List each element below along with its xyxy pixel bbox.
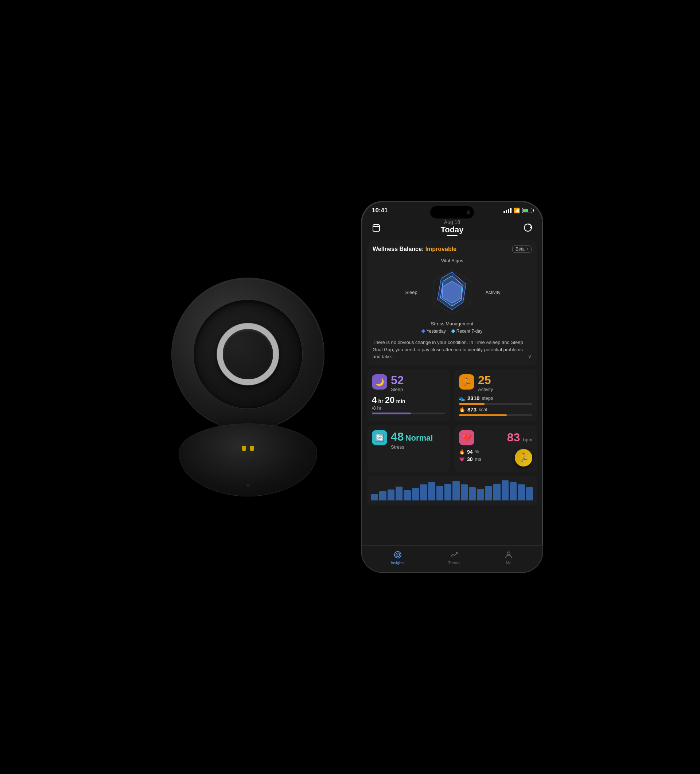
activity-card-header: 🏃 25 Activity — [459, 374, 532, 392]
sleep-score-area: 52 Sleep — [391, 374, 445, 392]
battery-fill — [523, 209, 528, 212]
bar-chart — [371, 480, 533, 500]
bar-7 — [420, 485, 427, 500]
hrv-pct-unit: % — [475, 449, 479, 455]
legend-diamond-recent — [451, 329, 455, 333]
status-time: 10:41 — [372, 207, 388, 214]
beta-label: Beta — [515, 246, 525, 252]
wellness-header: Wellness Balance: Improvable Beta › — [373, 245, 532, 253]
charger-led — [246, 484, 249, 487]
tab-trends[interactable]: Trends — [448, 550, 461, 565]
sleep-hr-unit: hr — [378, 398, 383, 404]
bpm-value: 83 — [507, 431, 520, 444]
heart-icon: ❤️ — [459, 430, 474, 445]
bpm-unit: bpm — [523, 437, 532, 442]
fire-icon: 🔥 — [459, 406, 465, 412]
svg-point-17 — [507, 552, 510, 555]
radar-svg — [425, 265, 479, 319]
radar-middle: Sleep — [402, 265, 502, 319]
steps-progress-bg — [459, 403, 532, 405]
nav-title: Today — [441, 225, 463, 235]
bar-15 — [485, 486, 492, 500]
bar-12 — [461, 485, 468, 500]
radar-label-stress: Stress Management — [431, 321, 473, 326]
bpm-row: ❤️ 83 bpm — [459, 430, 532, 445]
trends-icon — [449, 550, 459, 559]
nav-underline — [447, 235, 457, 236]
steps-progress-fill — [459, 403, 485, 405]
beta-badge[interactable]: Beta › — [512, 245, 532, 253]
refresh-button[interactable] — [521, 221, 535, 234]
flame-icon: 🔥 — [459, 449, 465, 455]
stress-score-row: 48 Normal — [391, 430, 445, 443]
wellness-status: Improvable — [426, 246, 456, 252]
activity-card[interactable]: 🏃 25 Activity 👟 2310 steps — [454, 369, 537, 421]
stress-level: Normal — [405, 433, 433, 443]
sleep-progress-fill — [372, 413, 411, 414]
stress-number: 48 — [391, 430, 404, 443]
charger-base — [179, 423, 317, 496]
wellness-description: There is no obvious change in your condi… — [373, 339, 532, 361]
bar-5 — [404, 490, 411, 500]
sleep-score: 52 — [391, 374, 445, 386]
sleep-h: 4 — [372, 395, 376, 405]
sleep-goal: /8 hr — [372, 405, 445, 411]
nav-date-group: Aug 18 Today — [441, 219, 463, 236]
status-icons: 📶 — [504, 208, 532, 213]
bottom-chart — [367, 476, 537, 505]
bar-20 — [526, 487, 533, 500]
expand-icon[interactable]: ∨ — [528, 353, 532, 361]
kcal-progress-bg — [459, 414, 532, 416]
contact-pin-2 — [250, 446, 254, 451]
tab-trends-label: Trends — [448, 561, 461, 565]
bpm-score-area: 83 bpm — [507, 431, 532, 444]
insights-icon — [393, 550, 403, 559]
svg-rect-0 — [373, 225, 380, 231]
sleep-card-header: 🌙 52 Sleep — [372, 374, 445, 392]
radar-label-activity: Activity — [484, 289, 502, 295]
wellness-card: Wellness Balance: Improvable Beta › Vita… — [367, 240, 537, 366]
heart-card[interactable]: ❤️ 83 bpm 🔥 94 % — [454, 425, 537, 472]
bar-14 — [477, 489, 484, 500]
activity-score-area: 25 Activity — [478, 374, 532, 392]
wellness-title-group: Wellness Balance: Improvable — [373, 246, 456, 252]
activity-stats: 👟 2310 steps 🔥 873 kcal — [459, 395, 532, 416]
activity-label: Activity — [478, 387, 532, 392]
calendar-button[interactable] — [370, 221, 383, 234]
hrv-pct-value: 94 — [467, 449, 473, 455]
sleep-card[interactable]: 🌙 52 Sleep 4 hr 20 min — [367, 369, 450, 421]
legend-diamond-yesterday — [421, 329, 425, 333]
stress-card[interactable]: 🔄 48 Normal Stress — [367, 425, 450, 472]
bar-13 — [469, 487, 476, 500]
legend-yesterday: Yesterday — [422, 329, 446, 334]
phone-container: 10:41 📶 — [361, 201, 543, 573]
tab-insights[interactable]: Insights — [391, 550, 404, 565]
charger-contacts — [242, 446, 254, 451]
dynamic-island — [430, 206, 474, 218]
activity-icon: 🏃 — [459, 374, 474, 390]
scene: 10:41 📶 — [157, 201, 543, 573]
legend-recent: Recent 7-day — [452, 329, 482, 334]
radar-legend: Yesterday Recent 7-day — [422, 329, 482, 334]
steps-unit: steps — [482, 395, 493, 401]
hrv-ms-unit: ms — [475, 456, 481, 462]
radar-chart: Vital Signs Sleep — [373, 256, 532, 336]
activity-fab-button[interactable]: 🏃 — [515, 449, 532, 466]
tab-me[interactable]: Me — [504, 550, 513, 565]
stress-icon: 🔄 — [372, 430, 387, 445]
wellness-title-prefix: Wellness Balance: — [373, 246, 424, 252]
bar-3 — [388, 490, 395, 500]
bar-10 — [444, 484, 451, 500]
bar-17 — [502, 480, 508, 500]
camera-dot — [467, 210, 471, 214]
steps-value: 2310 — [467, 395, 479, 401]
stress-label: Stress — [391, 444, 445, 450]
bar-2 — [379, 491, 386, 500]
sleep-duration-value: 4 hr 20 min — [372, 395, 445, 405]
nav-date: Aug 18 — [444, 219, 460, 225]
bar-16 — [493, 484, 500, 500]
radar-label-sleep: Sleep — [402, 289, 420, 295]
sleep-progress-bg — [372, 413, 445, 414]
wifi-icon: 📶 — [514, 208, 520, 213]
phone-frame: 10:41 📶 — [361, 201, 543, 573]
